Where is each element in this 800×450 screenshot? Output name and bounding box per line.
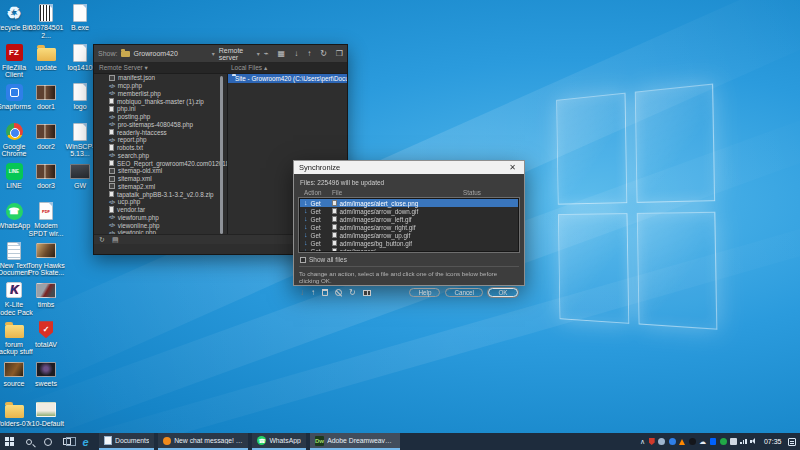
refresh-icon[interactable]: ↻: [99, 236, 105, 244]
view-mode-dropdown[interactable]: Remote server ▾: [219, 47, 260, 61]
remote-file-row[interactable]: </>viewonline.php: [94, 221, 227, 229]
start-button[interactable]: [0, 433, 19, 450]
ftp-log-icon[interactable]: ▤: [112, 236, 119, 244]
remote-list-scrollbar[interactable]: [220, 76, 223, 234]
desktop-icon[interactable]: update: [27, 43, 65, 72]
edge-icon[interactable]: e: [76, 433, 95, 450]
file-name: php.ini: [117, 105, 136, 112]
show-all-files-checkbox[interactable]: [300, 257, 306, 263]
onedrive-cloud-icon[interactable]: ☁: [699, 438, 706, 445]
remote-file-row[interactable]: php.ini: [94, 105, 227, 113]
vlc-tray-icon[interactable]: [679, 439, 685, 445]
ok-button[interactable]: OK: [488, 288, 518, 297]
taskbar-app-explorer[interactable]: Documents: [99, 433, 154, 450]
synchronize-action-icon[interactable]: ↻: [349, 289, 356, 297]
get-action-icon[interactable]: ↓: [300, 289, 304, 297]
desktop-icon[interactable]: ✓totalAV: [27, 320, 65, 349]
desktop-icon[interactable]: PDFModem SPDT wir...: [27, 201, 65, 237]
remote-server-header: Remote Server: [99, 64, 143, 71]
remote-file-row[interactable]: </>mcp.php: [94, 82, 227, 90]
compare-action-icon[interactable]: [363, 290, 371, 296]
hidden-icons-chevron[interactable]: ∧: [640, 438, 645, 445]
task-view-icon[interactable]: [57, 433, 76, 450]
remote-file-row[interactable]: </>posting.php: [94, 113, 227, 121]
synchronize-icon[interactable]: ↻: [320, 50, 327, 58]
taskbar-app-wa[interactable]: ☎WhatsApp: [252, 433, 305, 450]
remote-file-row[interactable]: vendor.tar: [94, 206, 227, 214]
remote-file-row[interactable]: readerly-htaccess: [94, 128, 227, 136]
display-tray-icon[interactable]: [730, 438, 737, 445]
file-name: memberlist.php: [118, 90, 161, 97]
sync-file-row[interactable]: ↓Getadm/images/bg_button.gif: [300, 239, 518, 247]
local-site-row[interactable]: Site - Growroom420 (C:\Users\pert\Docume…: [228, 74, 347, 83]
remote-file-row[interactable]: SEO_Report_growroom420.com0120181...: [94, 159, 227, 167]
remote-file-row[interactable]: robots.txt: [94, 144, 227, 152]
chevron-down-icon: ▾: [212, 50, 215, 57]
remote-file-row[interactable]: tapatalk_phpBB-3.1-3.2_v2.0.8.zip: [94, 190, 227, 198]
taskbar-app-chat[interactable]: New chat message! - ...: [158, 433, 248, 450]
remote-file-row[interactable]: manifest.json: [94, 74, 227, 82]
action-center-icon[interactable]: [788, 438, 796, 446]
remote-file-row[interactable]: sitemap2.xml: [94, 183, 227, 191]
desktop-icon[interactable]: sweets: [27, 359, 65, 388]
steam-tray-icon[interactable]: [689, 438, 696, 445]
sync-file-row[interactable]: ↓Getadm/images/arrow_right.gif: [300, 223, 518, 231]
dialog-titlebar[interactable]: Synchronize ✕: [294, 161, 524, 174]
remote-file-row[interactable]: </>viewforum.php: [94, 214, 227, 222]
desktop-icon-label: sweets: [27, 380, 65, 388]
put-action-icon[interactable]: ↑: [311, 289, 315, 297]
data-file-icon: [109, 183, 115, 189]
remote-file-row[interactable]: </>ucp.php: [94, 198, 227, 206]
remote-file-row[interactable]: </>memberlist.php: [94, 90, 227, 98]
show-all-files-row[interactable]: Show all files: [294, 252, 524, 265]
desktop-icon[interactable]: Tony Hawks Pro Skate...: [27, 241, 65, 277]
remote-file-row[interactable]: </>report.php: [94, 136, 227, 144]
desktop-icon-label: B.exe: [61, 24, 99, 32]
network-signal-icon[interactable]: [740, 439, 747, 445]
ignore-action-icon[interactable]: [335, 289, 342, 296]
delete-action-icon[interactable]: [322, 289, 328, 296]
help-button[interactable]: Help: [409, 288, 440, 297]
taskbar-clock[interactable]: 07:35: [761, 438, 785, 445]
whatsapp-icon: ☎: [2, 201, 26, 221]
remote-file-row[interactable]: sitemap-old.xml: [94, 167, 227, 175]
get-arrow-icon: ↓: [304, 240, 308, 246]
close-icon[interactable]: ✕: [506, 163, 519, 172]
expand-panel-icon[interactable]: ❒: [336, 50, 343, 58]
file-name: posting.php: [118, 113, 151, 120]
connect-icon[interactable]: ⌁: [264, 50, 269, 58]
code-file-icon: </>: [109, 90, 115, 96]
remote-file-row[interactable]: sitemap.xml: [94, 175, 227, 183]
antivirus-tray-icon[interactable]: [649, 438, 655, 445]
sync-file-row[interactable]: ↓Getadm/images/arrow_down.gif: [300, 207, 518, 215]
put-files-icon[interactable]: ↑: [307, 50, 311, 58]
remote-file-row[interactable]: </>pro-sitemaps-4080458.php: [94, 121, 227, 129]
cancel-button[interactable]: Cancel: [445, 288, 483, 297]
refresh-view-icon[interactable]: ▦: [278, 50, 286, 58]
site-dropdown[interactable]: Growroom420 ▾: [121, 50, 214, 57]
search-icon[interactable]: [19, 433, 38, 450]
desktop-icon[interactable]: door3: [27, 161, 65, 190]
dropbox-tray-icon[interactable]: [710, 438, 717, 445]
update-tray-icon[interactable]: [669, 438, 676, 445]
desktop-icon[interactable]: B.exe: [61, 3, 99, 32]
desktop-icon[interactable]: 0307845012...: [27, 3, 65, 39]
taskbar-app-dw[interactable]: DwAdobe Dreamweaver ...: [310, 433, 400, 450]
sync-file-row[interactable]: ↓Getadm/images/arrow_left.gif: [300, 215, 518, 223]
desktop-icon[interactable]: timbs: [27, 280, 65, 309]
desktop-icon[interactable]: door2: [27, 122, 65, 151]
settings-gear-icon[interactable]: [658, 438, 665, 445]
remote-file-row[interactable]: </>search.php: [94, 152, 227, 160]
photo-icon: [34, 399, 58, 419]
green-app-tray-icon[interactable]: [720, 438, 727, 445]
remote-file-row[interactable]: mobiquo_thanks-master (1).zip: [94, 97, 227, 105]
sync-file-row[interactable]: ↓Getadm/images/arrow_up.gif: [300, 231, 518, 239]
sync-file-row[interactable]: ↓Getadm/images/alert_close.png: [300, 199, 518, 207]
action-value: Get: [311, 240, 329, 247]
desktop-icon[interactable]: door1: [27, 82, 65, 111]
action-value: Get: [311, 208, 329, 215]
cortana-icon[interactable]: [38, 433, 57, 450]
volume-icon[interactable]: [750, 438, 757, 445]
desktop-icon[interactable]: x10-Default: [27, 399, 65, 428]
get-files-icon[interactable]: ↓: [294, 50, 298, 58]
